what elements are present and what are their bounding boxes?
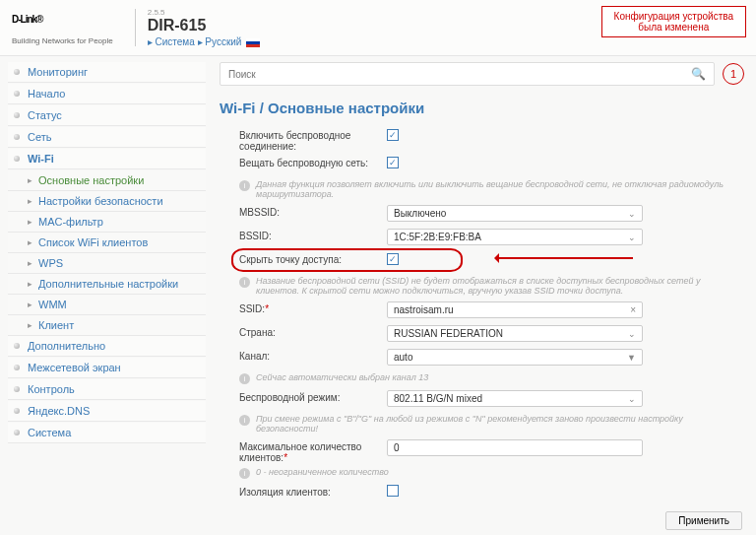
logo: D-Link® Building Networks for People [12, 11, 113, 45]
label-enable-wireless: Включить беспроводное соединение: [239, 128, 387, 152]
search-box[interactable]: 🔍 [220, 62, 715, 86]
nav-wifi-wps[interactable]: ▸WPS [8, 253, 206, 274]
header: D-Link® Building Networks for People 2.5… [0, 0, 756, 56]
bc-system[interactable]: Система [156, 36, 195, 47]
info-icon: i [239, 468, 250, 479]
hint-broadcast: Данная функция позволяет включить или вы… [256, 179, 744, 199]
hint-channel: Сейчас автоматически выбран канал 13 [256, 372, 428, 382]
nav-yandex-dns[interactable]: Яндекс.DNS [8, 401, 206, 422]
nav-wifi-basic[interactable]: ▸Основные настройки [8, 170, 206, 191]
nav-system[interactable]: Система [8, 423, 206, 443]
checkbox-isolation[interactable] [387, 485, 399, 497]
nav-advanced[interactable]: Дополнительно [8, 336, 206, 357]
info-icon: i [239, 180, 250, 191]
info-icon: i [239, 277, 250, 288]
select-mbssid[interactable]: Выключено⌄ [387, 205, 643, 222]
breadcrumb: ▸ Система ▸ Русский [148, 36, 261, 47]
nav-wifi-security[interactable]: ▸Настройки безопасности [8, 191, 206, 212]
nav-status[interactable]: Статус [8, 105, 206, 126]
label-mode: Беспроводной режим: [239, 390, 387, 403]
chevron-down-icon: ⌄ [628, 394, 636, 404]
page-title: Wi-Fi / Основные настройки [220, 100, 744, 116]
notification-counter[interactable]: 1 [723, 63, 744, 85]
hint-mode: При смене режима с "B"/"G" на любой из р… [256, 414, 744, 434]
nav-control[interactable]: Контроль [8, 379, 206, 400]
clear-icon[interactable]: × [630, 304, 636, 315]
nav-firewall[interactable]: Межсетевой экран [8, 358, 206, 378]
label-broadcast: Вещать беспроводную сеть: [239, 156, 387, 168]
checkbox-enable-wireless[interactable]: ✓ [387, 129, 399, 141]
select-bssid[interactable]: 1C:5F:2B:E9:FB:BA⌄ [387, 229, 643, 245]
nav-wifi-clients[interactable]: ▸Список WiFi клиентов [8, 233, 206, 253]
logo-tagline: Building Networks for People [12, 36, 113, 45]
nav-wifi-mac[interactable]: ▸MAC-фильтр [8, 212, 206, 233]
nav-wifi-client[interactable]: ▸Клиент [8, 315, 206, 336]
nav-monitoring[interactable]: Мониторинг [8, 62, 206, 83]
sidebar: Мониторинг Начало Статус Сеть Wi-Fi ▸Осн… [0, 56, 212, 535]
firmware-version: 2.5.5 [148, 8, 261, 17]
annotation-arrow [495, 257, 633, 259]
info-icon: i [239, 415, 250, 426]
model-name: DIR-615 [148, 17, 261, 34]
hint-max-clients: 0 - неограниченное количество [256, 467, 389, 477]
info-icon: i [239, 373, 250, 384]
chevron-down-icon: ⌄ [628, 233, 636, 242]
checkbox-hide-ap[interactable]: ✓ [387, 253, 399, 265]
label-channel: Канал: [239, 349, 387, 362]
nav-wifi[interactable]: Wi-Fi [8, 149, 206, 169]
content: 🔍 1 Wi-Fi / Основные настройки Включить … [212, 56, 756, 535]
label-isolation: Изоляция клиентов: [239, 485, 387, 498]
nav-start[interactable]: Начало [8, 84, 206, 104]
nav-wifi-wmm[interactable]: ▸WMM [8, 295, 206, 315]
config-changed-alert[interactable]: Конфигурация устройства была изменена [601, 6, 746, 37]
checkbox-broadcast[interactable]: ✓ [387, 157, 399, 168]
label-ssid: SSID:* [239, 301, 387, 314]
select-country[interactable]: RUSSIAN FEDERATION⌄ [387, 325, 643, 342]
flag-ru-icon [246, 38, 260, 47]
label-hide-ap: Скрыть точку доступа: [239, 252, 387, 265]
bc-lang[interactable]: Русский [205, 36, 241, 47]
select-channel[interactable]: auto▼ [387, 349, 643, 366]
chevron-down-icon: ⌄ [628, 209, 636, 219]
divider [135, 9, 136, 46]
chevron-down-icon: ⌄ [628, 329, 636, 339]
nav-network[interactable]: Сеть [8, 127, 206, 148]
select-mode[interactable]: 802.11 B/G/N mixed⌄ [387, 390, 643, 407]
label-country: Страна: [239, 325, 387, 338]
label-max-clients: Максимальное количество клиентов:* [239, 439, 387, 463]
search-icon[interactable]: 🔍 [691, 67, 706, 81]
search-input[interactable] [228, 69, 691, 80]
label-mbssid: MBSSID: [239, 205, 387, 218]
apply-button[interactable]: Применить [665, 511, 742, 530]
chevron-down-icon: ▼ [627, 353, 636, 363]
input-max-clients[interactable]: 0 [387, 439, 643, 456]
label-bssid: BSSID: [239, 229, 387, 241]
nav-wifi-advanced[interactable]: ▸Дополнительные настройки [8, 274, 206, 295]
input-ssid[interactable]: nastroisam.ru× [387, 301, 643, 318]
hint-hide-ap: Название беспроводной сети (SSID) не буд… [256, 276, 744, 296]
model-block: 2.5.5 DIR-615 ▸ Система ▸ Русский [148, 8, 261, 47]
logo-text: D-Link® [12, 11, 113, 36]
